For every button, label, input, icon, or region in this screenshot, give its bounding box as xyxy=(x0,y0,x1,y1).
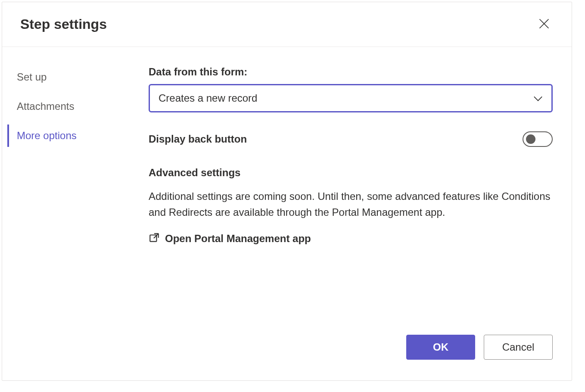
step-settings-dialog: Step settings Set up Attachments More op… xyxy=(2,2,572,381)
toggle-thumb xyxy=(526,134,535,144)
cancel-button[interactable]: Cancel xyxy=(484,335,553,360)
open-portal-management-label: Open Portal Management app xyxy=(165,233,311,245)
sidebar-item-label: Attachments xyxy=(17,100,74,112)
select-value: Creates a new record xyxy=(159,92,257,104)
dialog-title: Step settings xyxy=(20,16,107,32)
data-from-form-select-wrap: Creates a new record xyxy=(149,84,553,112)
sidebar-item-setup[interactable]: Set up xyxy=(7,66,131,88)
content-panel: Data from this form: Creates a new recor… xyxy=(131,47,572,335)
dialog-header: Step settings xyxy=(2,2,572,47)
display-back-button-row: Display back button xyxy=(149,131,553,147)
open-portal-management-link[interactable]: Open Portal Management app xyxy=(149,232,553,245)
sidebar-item-attachments[interactable]: Attachments xyxy=(7,95,131,118)
close-icon xyxy=(538,18,550,31)
sidebar: Set up Attachments More options xyxy=(2,47,131,335)
sidebar-item-label: Set up xyxy=(17,71,47,83)
svg-line-5 xyxy=(154,234,159,239)
open-external-icon xyxy=(149,232,160,245)
advanced-settings-description: Additional settings are coming soon. Unt… xyxy=(149,188,553,220)
ok-button[interactable]: OK xyxy=(406,335,475,360)
data-from-form-label: Data from this form: xyxy=(149,66,553,78)
data-from-form-select[interactable]: Creates a new record xyxy=(149,84,553,112)
close-button[interactable] xyxy=(535,14,554,34)
display-back-button-label: Display back button xyxy=(149,133,247,145)
chevron-down-icon xyxy=(533,92,543,104)
dialog-body: Set up Attachments More options Data fro… xyxy=(2,47,572,335)
display-back-button-toggle[interactable] xyxy=(523,131,553,147)
dialog-footer: OK Cancel xyxy=(2,335,572,380)
advanced-settings-heading: Advanced settings xyxy=(149,167,553,179)
sidebar-item-more-options[interactable]: More options xyxy=(7,124,131,147)
sidebar-item-label: More options xyxy=(17,130,77,141)
